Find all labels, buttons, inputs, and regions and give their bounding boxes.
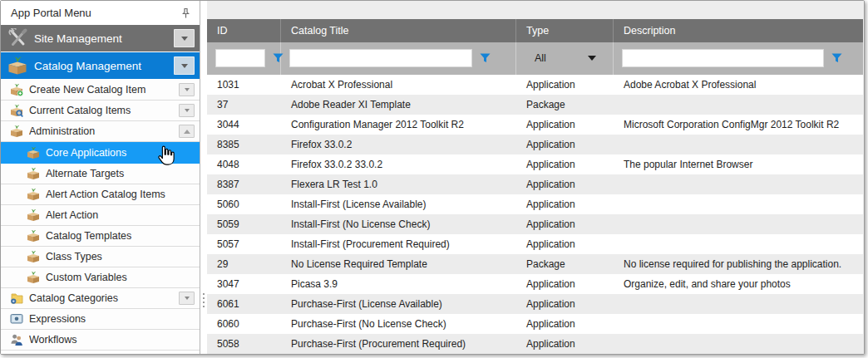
description-filter-funnel-icon[interactable] xyxy=(831,53,842,63)
chevron-up-icon xyxy=(184,130,190,134)
catalog-items-grid: IDCatalog TitleTypeDescription A xyxy=(207,19,863,354)
cell-description xyxy=(614,334,863,354)
cell-id: 1031 xyxy=(207,75,281,95)
package-icon xyxy=(26,229,41,243)
sidebar-item-catalog-categories[interactable]: Catalog Categories xyxy=(1,288,200,309)
sidebar-item-alert-action[interactable]: Alert Action xyxy=(1,205,200,226)
table-row[interactable]: 5060Install-First (License Available)App… xyxy=(207,194,863,214)
sidebar-item-administration[interactable]: Administration xyxy=(1,121,200,142)
table-row[interactable]: 6060Purchase-First (No License Check)App… xyxy=(207,314,863,334)
app-window: App Portal Menu Site ManagementCatalog M… xyxy=(0,0,865,355)
table-row[interactable]: 4048Firefox 33.0.2 33.0.2ApplicationThe … xyxy=(207,154,863,174)
package-icon xyxy=(26,271,41,285)
type-filter-dropdown[interactable]: All xyxy=(525,52,601,64)
column-header-description[interactable]: Description xyxy=(614,19,863,42)
sidebar-item-label: Expressions xyxy=(29,313,195,325)
sidebar-item-site-management[interactable]: Site Management xyxy=(1,25,200,52)
cell-type: Application xyxy=(516,274,614,294)
sidebar-item-label: Current Catalog Items xyxy=(29,105,179,116)
table-row[interactable]: 8385Firefox 33.0.2Application xyxy=(207,135,863,154)
package-icon xyxy=(26,145,41,159)
package-icon xyxy=(26,208,41,223)
id-filter-input[interactable] xyxy=(215,49,265,67)
sidebar-item-workflows[interactable]: Workflows xyxy=(1,330,200,351)
sidebar-item-current-catalog-items[interactable]: Current Catalog Items xyxy=(1,101,200,121)
cell-type: Application xyxy=(516,314,614,334)
cell-id: 5057 xyxy=(207,234,281,254)
table-row[interactable]: 6061Purchase-First (License Available)Ap… xyxy=(207,294,863,314)
sidebar-item-alternate-targets[interactable]: Alternate Targets xyxy=(1,164,200,184)
cell-id: 29 xyxy=(207,254,281,274)
table-row[interactable]: 29No License Required TemplatePackageNo … xyxy=(207,254,863,274)
cell-id: 4048 xyxy=(207,154,281,174)
description-filter-input[interactable] xyxy=(622,49,824,67)
cell-title: Firefox 33.0.2 33.0.2 xyxy=(281,154,516,174)
grid-header-row: IDCatalog TitleTypeDescription xyxy=(207,19,863,42)
cell-type: Application xyxy=(516,194,614,214)
expand-button[interactable] xyxy=(179,104,195,117)
cell-type: Application xyxy=(516,135,614,154)
cell-type: Application xyxy=(516,214,614,234)
cell-type: Application xyxy=(516,75,614,95)
chevron-down-icon xyxy=(181,64,188,68)
table-row[interactable]: 5058Purchase-First (Procurement Required… xyxy=(207,334,863,354)
type-filter-cell: All xyxy=(516,42,614,75)
sidebar-item-class-types[interactable]: Class Types xyxy=(1,247,200,267)
pin-icon[interactable] xyxy=(180,7,191,20)
type-filter-value: All xyxy=(535,52,546,64)
expand-button[interactable] xyxy=(179,292,195,305)
column-header-id[interactable]: ID xyxy=(207,19,281,42)
sidebar-header: App Portal Menu xyxy=(1,1,200,25)
cell-type: Application xyxy=(516,115,614,135)
cell-type: Application xyxy=(516,294,614,314)
cell-title: Purchase-First (License Available) xyxy=(281,294,516,314)
table-row[interactable]: 1031Acrobat X ProfessionalApplicationAdo… xyxy=(207,75,863,95)
table-row[interactable]: 8387Flexera LR Test 1.0Application xyxy=(207,174,863,194)
sidebar-item-label: Workflows xyxy=(29,334,195,346)
grid-filter-row: All xyxy=(207,42,863,75)
table-row[interactable]: 3047Picasa 3.9ApplicationOrganize, edit,… xyxy=(207,274,863,294)
cell-id: 5059 xyxy=(207,214,281,234)
package-search-icon xyxy=(9,104,24,118)
table-row[interactable]: 5057Install-First (Procurement Required)… xyxy=(207,234,863,254)
column-header-type[interactable]: Type xyxy=(516,19,614,42)
collapse-button[interactable] xyxy=(179,125,195,138)
sidebar-item-label: Catalog Management xyxy=(34,60,174,72)
expand-button[interactable] xyxy=(174,56,195,75)
cell-type: Application xyxy=(516,154,614,174)
grid-body: 1031Acrobat X ProfessionalApplicationAdo… xyxy=(207,75,863,354)
cell-description xyxy=(614,294,863,314)
tools-icon xyxy=(6,27,29,49)
cell-description: Adobe Acrobat X Professional xyxy=(614,75,863,95)
sidebar-item-core-applications[interactable]: Core Applications xyxy=(1,142,200,164)
title-filter-funnel-icon[interactable] xyxy=(480,53,491,63)
cell-description xyxy=(614,214,863,234)
sidebar-item-catalog-templates[interactable]: Catalog Templates xyxy=(1,226,200,247)
table-row[interactable]: 5059Install-First (No License Check)Appl… xyxy=(207,214,863,234)
workflow-icon xyxy=(9,333,24,347)
expand-button[interactable] xyxy=(174,29,195,47)
package-add-icon xyxy=(9,83,24,97)
sidebar-item-alert-action-catalog-items[interactable]: Alert Action Catalog Items xyxy=(1,184,200,205)
sidebar-item-label: Alternate Targets xyxy=(46,168,195,179)
cell-title: Install-First (License Available) xyxy=(281,194,516,214)
sidebar-item-create-new-catalog-item[interactable]: Create New Catalog Item xyxy=(1,80,200,101)
chevron-down-icon xyxy=(185,297,190,300)
package-icon xyxy=(26,188,41,202)
cell-description xyxy=(614,95,863,115)
cell-description xyxy=(614,174,863,194)
table-row[interactable]: 37Adobe Reader XI TemplatePackage xyxy=(207,95,863,115)
sidebar-item-custom-variables[interactable]: Custom Variables xyxy=(1,267,200,288)
cell-description xyxy=(614,135,863,154)
chevron-down-icon xyxy=(185,109,190,112)
sidebar-item-catalog-management[interactable]: Catalog Management xyxy=(1,52,200,80)
sidebar-item-expressions[interactable]: Expressions xyxy=(1,309,200,330)
column-header-title[interactable]: Catalog Title xyxy=(281,19,516,42)
sidebar-item-label: Custom Variables xyxy=(46,272,195,283)
cell-description xyxy=(614,234,863,254)
table-row[interactable]: 3044Configuration Manager 2012 Toolkit R… xyxy=(207,115,863,135)
cell-description xyxy=(614,314,863,334)
expand-button[interactable] xyxy=(179,83,195,96)
title-filter-input[interactable] xyxy=(289,49,472,67)
panel-splitter[interactable] xyxy=(201,1,207,354)
